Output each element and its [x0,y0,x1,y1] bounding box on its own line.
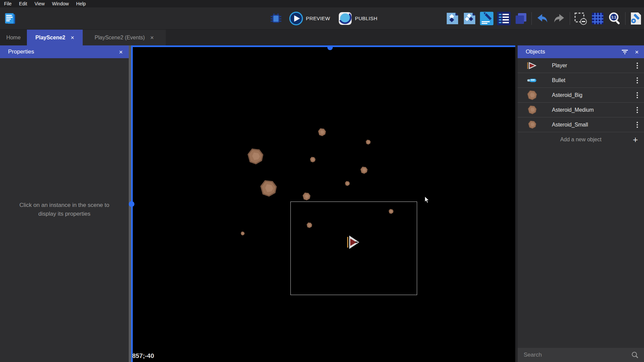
filter-button[interactable] [621,49,628,55]
add-object-label: Add a new object [560,137,602,143]
deselect-icon [574,12,587,25]
tab-label: PlayScene2 [35,35,65,41]
player-instance[interactable] [347,234,360,250]
player-ship-icon [527,61,537,70]
undo-icon [535,12,549,25]
selection-handle-left[interactable] [129,201,134,207]
wrench-page-icon [629,11,643,26]
main-area: Properties × Click on an instance in the… [0,45,644,362]
scene-properties-button[interactable] [629,12,643,25]
close-icon[interactable]: × [119,49,123,55]
kebab-icon [637,63,638,69]
scene-canvas[interactable]: 857;-40 [129,45,515,362]
grid-button[interactable] [591,12,604,25]
clear-selection-button[interactable] [574,12,587,25]
kebab-icon [637,77,638,83]
properties-title: Properties [8,48,34,55]
menu-window[interactable]: Window [48,1,73,6]
tab-home[interactable]: Home [0,30,27,45]
menu-file[interactable]: File [0,1,15,6]
asteroid-instance[interactable] [260,180,277,197]
add-object-button[interactable]: Add a new object + [518,132,644,147]
search-input[interactable] [524,352,631,358]
publish-button[interactable]: PUBLISH [338,11,377,26]
object-menu-button[interactable] [631,117,644,132]
search-icon [631,351,639,359]
redo-icon [553,12,566,25]
undo-button[interactable] [535,12,549,25]
objects-panel: Objects × [515,45,644,362]
debug-button[interactable] [269,12,283,25]
asteroid-instance[interactable] [389,209,394,214]
asteroid-instance[interactable] [307,222,312,228]
menu-help[interactable]: Help [73,1,90,6]
project-manager-button[interactable] [3,12,17,26]
close-icon[interactable]: × [635,49,639,55]
object-row-asteroid-medium[interactable]: Asteroid_Medium [518,103,644,117]
object-row-bullet[interactable]: Bullet [518,73,644,88]
properties-header: Properties × [0,45,129,58]
cube-page-icon [446,12,459,25]
asteroid-instance[interactable] [303,192,311,201]
redo-button[interactable] [553,12,566,25]
grid-icon [591,12,604,25]
tab-label: PlayScene2 (Events) [95,35,145,41]
tab-playscene2[interactable]: PlayScene2 × [27,30,83,45]
filter-icon [621,49,628,55]
object-row-player[interactable]: Player [518,58,644,73]
object-label: Asteroid_Medium [552,107,631,113]
edit-scene-button[interactable] [480,12,493,25]
svg-text:1:1: 1:1 [611,15,616,19]
tab-playscene2-events[interactable]: PlayScene2 (Events) × [83,30,166,45]
edit-pencil-icon [480,12,493,25]
menu-view[interactable]: View [31,1,48,6]
zoom-1-1-icon: 1:1 [608,12,621,25]
asteroid-instance[interactable] [310,157,316,162]
asteroid-instance[interactable] [241,231,245,236]
cubes-page-icon [463,12,476,25]
player-ship-sprite [347,234,360,250]
object-menu-button[interactable] [631,58,644,73]
asteroid-icon [527,90,537,100]
tab-label: Home [6,35,21,41]
asteroid-instance[interactable] [366,140,371,145]
export-cube-button[interactable] [446,12,459,25]
asteroid-instance[interactable] [318,128,326,136]
objects-header: Objects × [518,45,644,58]
close-icon[interactable]: × [71,35,74,41]
extensions-button[interactable] [463,12,476,25]
cursor-coordinates: 857;-40 [132,352,154,360]
selection-handle-top[interactable] [327,47,333,50]
object-menu-button[interactable] [631,88,644,103]
plus-icon: + [633,135,638,144]
object-search-bar [518,348,644,362]
asteroid-instance[interactable] [360,167,368,174]
app-window: File Edit View Window Help [0,0,644,362]
publish-label: PUBLISH [355,15,377,21]
play-icon [289,11,303,26]
object-label: Asteroid_Big [552,92,631,98]
toolbar-separator [531,12,532,25]
menu-bar: File Edit View Window Help [0,0,644,7]
instances-list-button[interactable] [497,12,511,25]
object-menu-button[interactable] [631,73,644,88]
toolbar-separator [570,12,570,25]
layers-button[interactable] [514,12,528,25]
mouse-cursor-icon [425,196,430,205]
asteroid-instance[interactable] [345,181,350,186]
scene-selection-border-top [131,45,515,47]
menu-edit[interactable]: Edit [15,1,31,6]
object-menu-button[interactable] [631,103,644,117]
object-label: Bullet [552,77,631,83]
instances-list-icon [497,12,511,25]
zoom-actual-size-button[interactable]: 1:1 [608,12,621,25]
preview-button[interactable]: PREVIEW [289,11,330,26]
asteroid-icon [528,120,536,129]
close-icon[interactable]: × [150,35,154,41]
object-label: Asteroid_Small [552,122,631,128]
toolbar-right-group: 1:1 [446,7,643,29]
object-row-asteroid-small[interactable]: Asteroid_Small [518,117,644,132]
asteroid-instance[interactable] [247,148,264,165]
toolbar-separator [625,12,626,25]
object-row-asteroid-big[interactable]: Asteroid_Big [518,88,644,103]
